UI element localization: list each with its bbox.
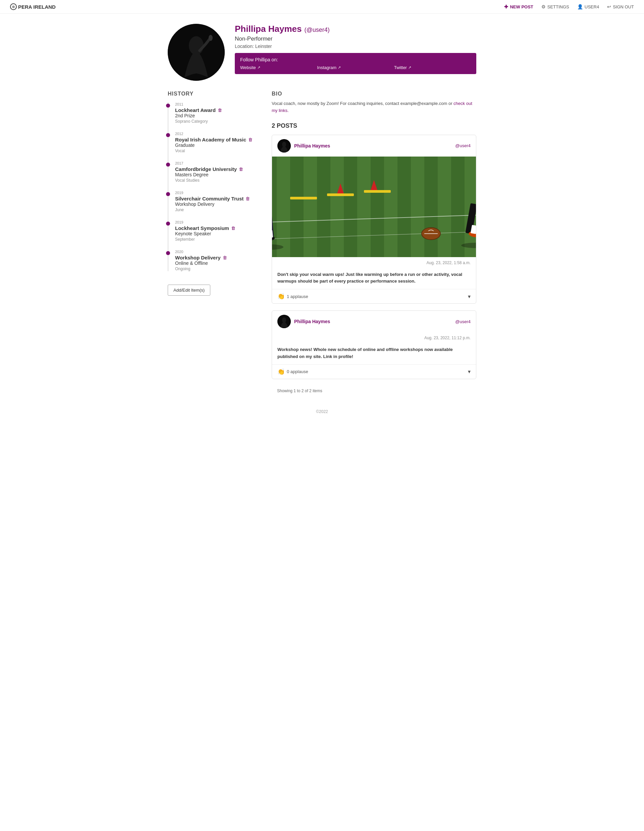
external-icon: ↗ xyxy=(338,65,341,70)
timeline-title-row: Camfordbridge University 🗑 xyxy=(175,166,261,172)
timeline-detail: Ongoing xyxy=(175,266,261,271)
user-icon: 👤 xyxy=(577,4,583,10)
external-icon: ↗ xyxy=(408,65,411,70)
website-link[interactable]: Website ↗ xyxy=(240,65,317,70)
right-column: BIO Vocal coach, now mostly by Zoom! For… xyxy=(272,91,476,396)
post-timestamp: Aug. 23, 2022, 1:58 a.m. xyxy=(272,257,476,269)
plus-icon: ✚ xyxy=(504,4,508,10)
post-timestamp: Aug. 23, 2022, 11:12 p.m. xyxy=(272,332,476,344)
timeline-title-row: Workshop Delivery 🗑 xyxy=(175,255,261,261)
twitter-link[interactable]: Twitter ↗ xyxy=(394,65,471,70)
svg-rect-12 xyxy=(327,193,354,196)
post-footer: 👏 0 applause ▾ xyxy=(272,365,476,379)
list-item: 2020 Workshop Delivery 🗑 Online & Offlin… xyxy=(175,250,261,271)
post-header: Phillipa Haymes @user4 xyxy=(272,311,476,332)
follow-box: Follow Phillipa on: Website ↗ Instagram … xyxy=(235,53,476,74)
showing-text: Showing 1 to 2 of 2 items xyxy=(272,386,476,396)
profile-name: Phillipa Haymes xyxy=(235,24,301,34)
footer: ©2022 xyxy=(0,403,644,421)
timeline-role: Workshop Delivery xyxy=(175,201,261,207)
brand-icon: ◎ xyxy=(10,3,17,10)
timeline-dot xyxy=(166,162,170,167)
bio-text: Vocal coach, now mostly by Zoom! For coa… xyxy=(272,100,476,114)
post-username[interactable]: Phillipa Haymes xyxy=(294,319,330,324)
timeline-dot xyxy=(166,221,170,226)
expand-button[interactable]: ▾ xyxy=(468,293,470,300)
timeline-title-row: Royal Irish Academy of Music 🗑 xyxy=(175,137,261,142)
gear-icon: ⚙ xyxy=(541,4,546,10)
svg-rect-6 xyxy=(272,156,476,257)
post-body: Workshop news! Whole new schedule of onl… xyxy=(272,344,476,365)
delete-icon[interactable]: 🗑 xyxy=(231,226,236,231)
post-footer: 👏 1 applause ▾ xyxy=(272,289,476,303)
delete-icon[interactable]: 🗑 xyxy=(223,255,227,260)
brand: ◎ PERA IRELAND xyxy=(10,3,56,10)
timeline-dot xyxy=(166,103,170,108)
timeline-year: 2020 xyxy=(175,250,261,254)
timeline-detail: Vocal xyxy=(175,148,261,153)
avatar xyxy=(168,24,225,81)
user-link[interactable]: 👤 USER4 xyxy=(577,4,599,10)
applause-icon[interactable]: 👏 xyxy=(277,293,285,300)
timeline-org: Lockheart Symposium xyxy=(175,225,229,231)
navigation: ◎ PERA IRELAND ✚ NEW POST ⚙ SETTINGS 👤 U… xyxy=(0,0,644,14)
timeline-org: Workshop Delivery xyxy=(175,255,221,261)
profile-handle: (@user4) xyxy=(304,27,329,33)
timeline-role: 2nd Prize xyxy=(175,113,261,118)
post-user: Phillipa Haymes xyxy=(277,139,330,153)
expand-button[interactable]: ▾ xyxy=(468,368,470,375)
timeline: 2011 Lockheart Award 🗑 2nd Prize Soprano… xyxy=(168,102,261,271)
delete-icon[interactable]: 🗑 xyxy=(218,108,222,113)
applause-icon[interactable]: 👏 xyxy=(277,368,285,376)
post-header: Phillipa Haymes @user4 xyxy=(272,135,476,156)
timeline-org: Camfordbridge University xyxy=(175,166,237,172)
timeline-dot xyxy=(166,192,170,196)
sign-out-link[interactable]: ↩ SIGN OUT xyxy=(607,4,634,10)
posts-count: 2 POSTS xyxy=(272,123,476,129)
add-edit-button[interactable]: Add/Edit Item(s) xyxy=(168,285,210,296)
timeline-dot xyxy=(166,251,170,255)
profile-role: Non-Performer xyxy=(235,35,476,42)
timeline-role: Graduate xyxy=(175,142,261,148)
new-post-link[interactable]: ✚ NEW POST xyxy=(504,4,533,10)
timeline-role: Online & Offline xyxy=(175,261,261,266)
post-handle: @user4 xyxy=(455,143,470,148)
timeline-detail: September xyxy=(175,237,261,242)
list-item: 2017 Camfordbridge University 🗑 Masters … xyxy=(175,161,261,183)
bio-title: BIO xyxy=(272,91,476,97)
timeline-title-row: Lockheart Award 🗑 xyxy=(175,107,261,113)
bio-section: BIO Vocal coach, now mostly by Zoom! For… xyxy=(272,91,476,114)
post-user: Phillipa Haymes xyxy=(277,315,330,328)
delete-icon[interactable]: 🗑 xyxy=(239,167,243,172)
list-item: 2011 Lockheart Award 🗑 2nd Prize Soprano… xyxy=(175,102,261,124)
timeline-detail: Vocal Studies xyxy=(175,178,261,183)
main-content: HISTORY 2011 Lockheart Award 🗑 2nd Prize… xyxy=(161,91,483,396)
history-title: HISTORY xyxy=(168,91,261,97)
avatar xyxy=(277,315,291,328)
timeline-org: Lockheart Award xyxy=(175,107,216,113)
follow-links: Website ↗ Instagram ↗ Twitter ↗ xyxy=(240,65,471,70)
delete-icon[interactable]: 🗑 xyxy=(245,196,250,201)
applause-count: 1 applause xyxy=(287,294,308,299)
delete-icon[interactable]: 🗑 xyxy=(248,137,253,142)
post-card: Phillipa Haymes @user4 Aug. 23, 2022, 11… xyxy=(272,310,476,379)
timeline-year: 2017 xyxy=(175,161,261,165)
bio-link[interactable]: check out my links. xyxy=(272,101,472,113)
external-icon: ↗ xyxy=(257,65,260,70)
avatar xyxy=(277,139,291,153)
settings-link[interactable]: ⚙ SETTINGS xyxy=(541,4,569,10)
post-body: Don't skip your vocal warm ups! Just lik… xyxy=(272,269,476,289)
post-image xyxy=(272,156,476,257)
profile-location: Location: Leinster xyxy=(235,44,476,49)
timeline-org: Silverchair Community Trust xyxy=(175,196,244,201)
instagram-link[interactable]: Instagram ↗ xyxy=(317,65,394,70)
follow-label: Follow Phillipa on: xyxy=(240,57,471,62)
history-column: HISTORY 2011 Lockheart Award 🗑 2nd Prize… xyxy=(168,91,261,396)
post-username[interactable]: Phillipa Haymes xyxy=(294,143,330,148)
profile-info: Phillipa Haymes (@user4) Non-Performer L… xyxy=(235,24,476,74)
timeline-year: 2019 xyxy=(175,220,261,224)
timeline-detail: Soprano Category xyxy=(175,119,261,124)
applause-count: 0 applause xyxy=(287,369,308,374)
nav-right: ✚ NEW POST ⚙ SETTINGS 👤 USER4 ↩ SIGN OUT xyxy=(504,4,634,10)
timeline-title-row: Lockheart Symposium 🗑 xyxy=(175,225,261,231)
